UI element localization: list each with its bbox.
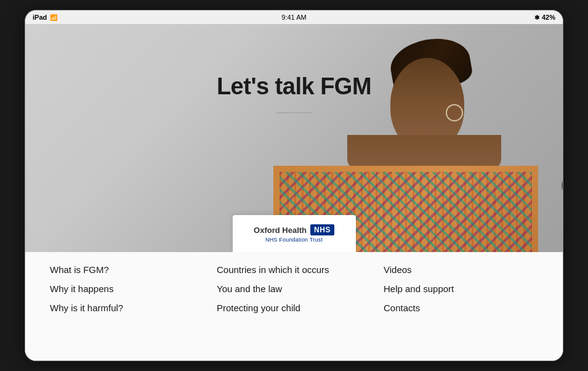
battery-percentage: 42%: [542, 14, 555, 21]
menu-item-you-and-law[interactable]: You and the law: [217, 283, 371, 294]
menu-item-videos[interactable]: Videos: [384, 264, 538, 275]
status-left: iPad 📶: [33, 14, 57, 21]
hero-section: Let's talk FGM Oxford Health NHS NHS Fou…: [25, 24, 563, 252]
hero-divider: [276, 112, 313, 113]
status-right: ✱ 42%: [534, 14, 555, 21]
menu-column-2: Countries in which it occurs You and the…: [211, 264, 377, 348]
menu-section: What is FGM? Why it happens Why is it ha…: [25, 252, 563, 361]
device-label: iPad: [33, 14, 47, 21]
menu-item-protecting-child[interactable]: Protecting your child: [217, 303, 371, 313]
ipad-frame: iPad 📶 9:41 AM ✱ 42%: [25, 10, 563, 361]
menu-column-1: What is FGM? Why it happens Why is it ha…: [44, 264, 211, 348]
nhs-oxford-text: Oxford Health: [254, 226, 307, 235]
hero-title: Let's talk FGM: [217, 73, 371, 100]
wifi-icon: 📶: [50, 14, 57, 21]
menu-item-countries[interactable]: Countries in which it occurs: [217, 264, 371, 275]
bluetooth-icon: ✱: [534, 14, 539, 21]
menu-item-why-it-happens[interactable]: Why it happens: [50, 283, 204, 294]
menu-grid: What is FGM? Why it happens Why is it ha…: [44, 264, 544, 348]
menu-item-help-support[interactable]: Help and support: [384, 283, 538, 294]
nhs-card[interactable]: Oxford Health NHS NHS Foundation Trust: [233, 215, 356, 252]
menu-item-what-is-fgm[interactable]: What is FGM?: [50, 264, 204, 275]
nhs-logo-row: Oxford Health NHS: [254, 224, 334, 235]
menu-column-3: Videos Help and support Contacts: [377, 264, 544, 348]
nhs-subtitle: NHS Foundation Trust: [265, 237, 323, 243]
status-bar: iPad 📶 9:41 AM ✱ 42%: [25, 10, 563, 24]
menu-item-contacts[interactable]: Contacts: [384, 303, 538, 313]
menu-item-why-harmful[interactable]: Why is it harmful?: [50, 303, 204, 313]
nhs-badge: NHS: [310, 224, 334, 235]
status-time: 9:41 AM: [281, 14, 306, 21]
